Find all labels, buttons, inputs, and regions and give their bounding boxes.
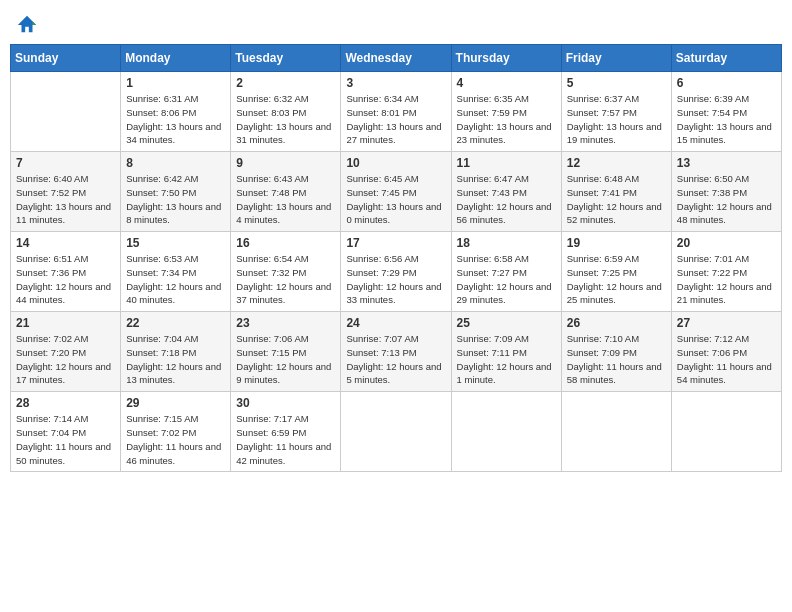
calendar-cell: 8Sunrise: 6:42 AMSunset: 7:50 PMDaylight…: [121, 152, 231, 232]
calendar-week-row: 28Sunrise: 7:14 AMSunset: 7:04 PMDayligh…: [11, 392, 782, 472]
calendar-cell: 21Sunrise: 7:02 AMSunset: 7:20 PMDayligh…: [11, 312, 121, 392]
day-number: 25: [457, 316, 556, 330]
day-info: Sunrise: 6:59 AMSunset: 7:25 PMDaylight:…: [567, 252, 666, 307]
day-number: 7: [16, 156, 115, 170]
svg-marker-1: [33, 21, 37, 25]
day-number: 8: [126, 156, 225, 170]
day-number: 4: [457, 76, 556, 90]
day-info: Sunrise: 6:47 AMSunset: 7:43 PMDaylight:…: [457, 172, 556, 227]
calendar-week-row: 21Sunrise: 7:02 AMSunset: 7:20 PMDayligh…: [11, 312, 782, 392]
day-number: 21: [16, 316, 115, 330]
day-number: 23: [236, 316, 335, 330]
calendar-cell: [561, 392, 671, 472]
day-info: Sunrise: 6:48 AMSunset: 7:41 PMDaylight:…: [567, 172, 666, 227]
day-number: 30: [236, 396, 335, 410]
day-info: Sunrise: 6:31 AMSunset: 8:06 PMDaylight:…: [126, 92, 225, 147]
weekday-header: Wednesday: [341, 45, 451, 72]
calendar-cell: 5Sunrise: 6:37 AMSunset: 7:57 PMDaylight…: [561, 72, 671, 152]
day-info: Sunrise: 6:56 AMSunset: 7:29 PMDaylight:…: [346, 252, 445, 307]
day-info: Sunrise: 7:06 AMSunset: 7:15 PMDaylight:…: [236, 332, 335, 387]
calendar-week-row: 1Sunrise: 6:31 AMSunset: 8:06 PMDaylight…: [11, 72, 782, 152]
day-info: Sunrise: 6:39 AMSunset: 7:54 PMDaylight:…: [677, 92, 776, 147]
day-info: Sunrise: 7:17 AMSunset: 6:59 PMDaylight:…: [236, 412, 335, 467]
day-number: 6: [677, 76, 776, 90]
day-info: Sunrise: 6:42 AMSunset: 7:50 PMDaylight:…: [126, 172, 225, 227]
calendar-cell: 4Sunrise: 6:35 AMSunset: 7:59 PMDaylight…: [451, 72, 561, 152]
day-number: 9: [236, 156, 335, 170]
calendar-cell: 3Sunrise: 6:34 AMSunset: 8:01 PMDaylight…: [341, 72, 451, 152]
calendar-cell: 29Sunrise: 7:15 AMSunset: 7:02 PMDayligh…: [121, 392, 231, 472]
calendar-cell: 30Sunrise: 7:17 AMSunset: 6:59 PMDayligh…: [231, 392, 341, 472]
day-info: Sunrise: 6:53 AMSunset: 7:34 PMDaylight:…: [126, 252, 225, 307]
calendar-cell: [451, 392, 561, 472]
calendar-cell: 2Sunrise: 6:32 AMSunset: 8:03 PMDaylight…: [231, 72, 341, 152]
day-number: 27: [677, 316, 776, 330]
logo: [14, 14, 38, 36]
day-info: Sunrise: 6:45 AMSunset: 7:45 PMDaylight:…: [346, 172, 445, 227]
day-info: Sunrise: 6:40 AMSunset: 7:52 PMDaylight:…: [16, 172, 115, 227]
day-number: 19: [567, 236, 666, 250]
day-number: 2: [236, 76, 335, 90]
day-number: 3: [346, 76, 445, 90]
day-info: Sunrise: 6:35 AMSunset: 7:59 PMDaylight:…: [457, 92, 556, 147]
day-number: 20: [677, 236, 776, 250]
weekday-header: Saturday: [671, 45, 781, 72]
day-info: Sunrise: 6:50 AMSunset: 7:38 PMDaylight:…: [677, 172, 776, 227]
day-number: 11: [457, 156, 556, 170]
day-info: Sunrise: 7:14 AMSunset: 7:04 PMDaylight:…: [16, 412, 115, 467]
calendar-cell: 13Sunrise: 6:50 AMSunset: 7:38 PMDayligh…: [671, 152, 781, 232]
day-number: 16: [236, 236, 335, 250]
day-info: Sunrise: 7:07 AMSunset: 7:13 PMDaylight:…: [346, 332, 445, 387]
calendar-cell: [341, 392, 451, 472]
calendar-cell: 20Sunrise: 7:01 AMSunset: 7:22 PMDayligh…: [671, 232, 781, 312]
day-info: Sunrise: 6:32 AMSunset: 8:03 PMDaylight:…: [236, 92, 335, 147]
calendar-cell: [11, 72, 121, 152]
calendar-cell: 26Sunrise: 7:10 AMSunset: 7:09 PMDayligh…: [561, 312, 671, 392]
calendar-cell: 6Sunrise: 6:39 AMSunset: 7:54 PMDaylight…: [671, 72, 781, 152]
day-info: Sunrise: 7:10 AMSunset: 7:09 PMDaylight:…: [567, 332, 666, 387]
day-number: 1: [126, 76, 225, 90]
calendar-cell: 23Sunrise: 7:06 AMSunset: 7:15 PMDayligh…: [231, 312, 341, 392]
day-number: 28: [16, 396, 115, 410]
weekday-header: Sunday: [11, 45, 121, 72]
day-info: Sunrise: 6:51 AMSunset: 7:36 PMDaylight:…: [16, 252, 115, 307]
calendar-cell: 16Sunrise: 6:54 AMSunset: 7:32 PMDayligh…: [231, 232, 341, 312]
day-number: 24: [346, 316, 445, 330]
day-info: Sunrise: 7:12 AMSunset: 7:06 PMDaylight:…: [677, 332, 776, 387]
calendar-cell: 9Sunrise: 6:43 AMSunset: 7:48 PMDaylight…: [231, 152, 341, 232]
day-info: Sunrise: 6:34 AMSunset: 8:01 PMDaylight:…: [346, 92, 445, 147]
day-info: Sunrise: 6:58 AMSunset: 7:27 PMDaylight:…: [457, 252, 556, 307]
calendar-cell: [671, 392, 781, 472]
day-number: 17: [346, 236, 445, 250]
day-number: 29: [126, 396, 225, 410]
day-number: 22: [126, 316, 225, 330]
weekday-header: Monday: [121, 45, 231, 72]
page-header: [10, 10, 782, 36]
calendar-cell: 18Sunrise: 6:58 AMSunset: 7:27 PMDayligh…: [451, 232, 561, 312]
weekday-header: Thursday: [451, 45, 561, 72]
calendar-cell: 17Sunrise: 6:56 AMSunset: 7:29 PMDayligh…: [341, 232, 451, 312]
calendar-cell: 15Sunrise: 6:53 AMSunset: 7:34 PMDayligh…: [121, 232, 231, 312]
calendar-cell: 11Sunrise: 6:47 AMSunset: 7:43 PMDayligh…: [451, 152, 561, 232]
day-info: Sunrise: 7:02 AMSunset: 7:20 PMDaylight:…: [16, 332, 115, 387]
day-info: Sunrise: 6:54 AMSunset: 7:32 PMDaylight:…: [236, 252, 335, 307]
day-number: 5: [567, 76, 666, 90]
calendar-cell: 1Sunrise: 6:31 AMSunset: 8:06 PMDaylight…: [121, 72, 231, 152]
calendar-cell: 12Sunrise: 6:48 AMSunset: 7:41 PMDayligh…: [561, 152, 671, 232]
day-info: Sunrise: 6:37 AMSunset: 7:57 PMDaylight:…: [567, 92, 666, 147]
calendar-week-row: 7Sunrise: 6:40 AMSunset: 7:52 PMDaylight…: [11, 152, 782, 232]
calendar-cell: 22Sunrise: 7:04 AMSunset: 7:18 PMDayligh…: [121, 312, 231, 392]
calendar-cell: 28Sunrise: 7:14 AMSunset: 7:04 PMDayligh…: [11, 392, 121, 472]
calendar-table: SundayMondayTuesdayWednesdayThursdayFrid…: [10, 44, 782, 472]
calendar-cell: 19Sunrise: 6:59 AMSunset: 7:25 PMDayligh…: [561, 232, 671, 312]
calendar-header-row: SundayMondayTuesdayWednesdayThursdayFrid…: [11, 45, 782, 72]
day-info: Sunrise: 7:01 AMSunset: 7:22 PMDaylight:…: [677, 252, 776, 307]
day-number: 13: [677, 156, 776, 170]
day-number: 18: [457, 236, 556, 250]
day-number: 15: [126, 236, 225, 250]
weekday-header: Tuesday: [231, 45, 341, 72]
calendar-week-row: 14Sunrise: 6:51 AMSunset: 7:36 PMDayligh…: [11, 232, 782, 312]
day-info: Sunrise: 7:04 AMSunset: 7:18 PMDaylight:…: [126, 332, 225, 387]
calendar-cell: 25Sunrise: 7:09 AMSunset: 7:11 PMDayligh…: [451, 312, 561, 392]
day-number: 10: [346, 156, 445, 170]
